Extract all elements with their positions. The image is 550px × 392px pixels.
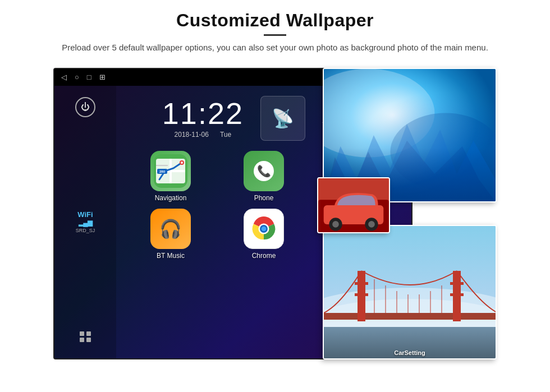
car-photo-image (318, 178, 389, 232)
app-item-phone[interactable]: 📞 Phone (221, 151, 307, 202)
wifi-ssid: SRD_SJ (76, 228, 95, 233)
page-header: Customized Wallpaper Preload over 5 defa… (0, 0, 550, 60)
wifi-bars: ▂▄▆ (76, 219, 95, 227)
radio-signal-icon: 📡 (272, 108, 294, 129)
clock-time: 11:22 (162, 98, 244, 128)
overlay-photos: CarSetting (311, 68, 497, 359)
chrome-svg (249, 214, 278, 243)
svg-point-13 (262, 226, 267, 231)
grid-icon (80, 331, 91, 343)
title-underline (264, 34, 286, 36)
svg-rect-33 (355, 282, 368, 285)
clock-date-value: 2018-11-06 (175, 131, 209, 139)
carsetting-label: CarSetting (324, 349, 496, 356)
btmusic-icon: 🎧 (150, 209, 191, 249)
wifi-info: WiFi ▂▄▆ SRD_SJ (76, 210, 95, 233)
phone-label: Phone (254, 194, 274, 202)
chrome-icon (244, 209, 284, 249)
app-item-chrome[interactable]: Chrome (221, 209, 307, 260)
status-left-icons: ◁ ○ □ ⊞ (61, 73, 106, 81)
phone-frame: ◁ ○ □ ⊞ ♦ ▼ 11:22 ⏻ WiFi ▂▄▆ SRD_SJ (53, 68, 497, 359)
screenshot-icon: ⊞ (99, 73, 106, 81)
sidebar: ⏻ WiFi ▂▄▆ SRD_SJ (54, 86, 116, 358)
app-item-btmusic[interactable]: 🎧 BT Music (127, 209, 214, 260)
photo-middle-car (317, 177, 390, 233)
svg-point-25 (368, 221, 375, 228)
page-subtitle: Preload over 5 default wallpaper options… (45, 41, 505, 54)
page-title: Customized Wallpaper (34, 10, 516, 31)
svg-rect-34 (355, 293, 368, 296)
app-item-navigation[interactable]: 280 Navigation (127, 151, 214, 202)
navigation-label: Navigation (155, 194, 187, 202)
btmusic-label: BT Music (157, 252, 185, 260)
home-icon: ○ (75, 73, 79, 81)
radio-widget[interactable]: 📡 (260, 96, 305, 141)
apps-grid-button[interactable] (75, 327, 95, 347)
bluetooth-symbol: 🎧 (159, 218, 182, 239)
svg-point-16 (390, 113, 496, 190)
clock-info: 11:22 2018-11-06 Tue (162, 98, 244, 139)
power-button[interactable]: ⏻ (75, 97, 95, 117)
chrome-label: Chrome (252, 252, 276, 260)
svg-rect-35 (450, 282, 464, 285)
clock-day-value: Tue (220, 131, 231, 139)
photo-bottom-bridge: CarSetting (323, 225, 497, 359)
svg-rect-36 (450, 293, 464, 296)
svg-point-15 (324, 69, 434, 157)
wifi-label: WiFi (76, 210, 95, 219)
back-icon: ◁ (61, 73, 67, 81)
clock-date: 2018-11-06 Tue (162, 131, 244, 139)
recents-icon: □ (87, 73, 91, 81)
svg-point-8 (181, 162, 183, 164)
svg-point-23 (332, 221, 339, 228)
bridge-photo-image: CarSetting (324, 226, 496, 358)
svg-rect-30 (324, 313, 496, 320)
navigation-icon: 280 (150, 151, 191, 191)
svg-text:280: 280 (159, 170, 166, 173)
phone-icon: 📞 (244, 151, 284, 191)
